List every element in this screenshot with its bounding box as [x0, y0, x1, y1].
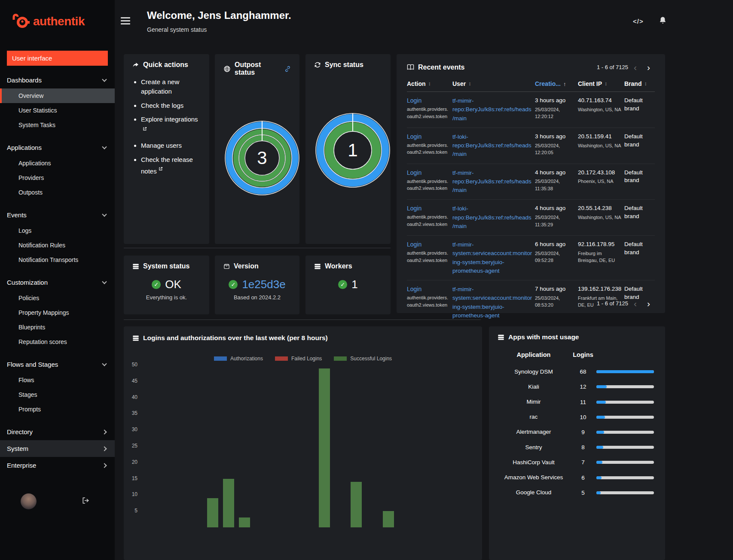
- sidebar-group-flows-and-stages[interactable]: Flows and Stages: [0, 356, 115, 373]
- sidebar-item-reputation-scores[interactable]: Reputation scores: [0, 335, 115, 349]
- avatar[interactable]: [21, 493, 37, 509]
- event-user-link[interactable]: tf-loki-repo:BeryJu/k8s:ref:refs/heads/m…: [452, 205, 531, 229]
- event-user-link[interactable]: tf-mimir-system:serviceaccount:monitorin…: [452, 241, 532, 274]
- sort-icon: ↕: [428, 81, 431, 87]
- column-header-action[interactable]: Action↕: [407, 80, 450, 87]
- legend-item-failed-logins[interactable]: Failed Logins: [275, 356, 322, 362]
- sidebar-item-outposts[interactable]: Outposts: [0, 185, 115, 200]
- event-user-link[interactable]: tf-mimir-system:serviceaccount:monitorin…: [452, 286, 532, 319]
- table-row: Amazon Web Services6: [498, 470, 657, 485]
- sidebar-item-prompts[interactable]: Prompts: [0, 402, 115, 417]
- column-header-client-ip[interactable]: Client IP↕: [578, 80, 622, 87]
- column-header-user[interactable]: User↕: [452, 80, 532, 87]
- workers-value: 1: [351, 278, 357, 291]
- sidebar-group-dashboards[interactable]: Dashboards: [0, 72, 115, 88]
- api-code-icon[interactable]: </>: [633, 18, 644, 25]
- event-creation-cell: 7 hours ago25/03/2024, 08:53:20: [535, 285, 575, 320]
- event-user-link[interactable]: tf-mimir-repo:BeryJu/k8s:ref:refs/heads/…: [452, 170, 531, 194]
- hamburger-menu-icon[interactable]: [121, 17, 130, 26]
- chart-bar[interactable]: [319, 368, 330, 527]
- sidebar-group-system[interactable]: System: [0, 440, 115, 457]
- sidebar-item-notification-transports[interactable]: Notification Transports: [0, 253, 115, 267]
- chart-bar[interactable]: [239, 517, 250, 527]
- chart-bar[interactable]: [383, 511, 394, 527]
- recent-events-title: Recent events: [407, 64, 465, 71]
- logout-icon[interactable]: [82, 497, 90, 506]
- quick-action-explore-integrations[interactable]: Explore integrations: [141, 115, 201, 136]
- sidebar-group-enterprise[interactable]: Enterprise: [0, 457, 115, 474]
- card-title-text: System status: [143, 262, 190, 270]
- pagination-next-icon[interactable]: ›: [642, 299, 655, 308]
- event-client-geo: Washington, US, NA: [578, 142, 622, 149]
- event-user-link[interactable]: tf-loki-repo:BeryJu/k8s:ref:refs/heads/m…: [452, 134, 531, 158]
- sidebar: authentik User interface DashboardsOverv…: [0, 0, 115, 560]
- event-creation-cell: 4 hours ago25/03/2024, 11:35:29: [535, 204, 575, 231]
- y-tick-label: 35: [124, 410, 137, 416]
- legend-label: Authorizations: [230, 356, 263, 362]
- legend-item-successful-logins[interactable]: Successful Logins: [334, 356, 392, 362]
- sidebar-group-events[interactable]: Events: [0, 207, 115, 223]
- event-action-link[interactable]: Login: [407, 97, 421, 104]
- sidebar-item-applications[interactable]: Applications: [0, 156, 115, 170]
- column-header-creatio[interactable]: Creatio...↑: [535, 80, 575, 87]
- pagination-next-icon[interactable]: ›: [642, 63, 655, 72]
- event-action-link[interactable]: Login: [407, 133, 421, 140]
- event-client-ip: 20.51.159.41: [578, 133, 622, 141]
- y-tick-label: 25: [124, 443, 137, 449]
- chevron-down-icon: [102, 144, 107, 149]
- sidebar-item-blueprints[interactable]: Blueprints: [0, 320, 115, 335]
- sidebar-item-logs[interactable]: Logs: [0, 223, 115, 238]
- sidebar-item-stages[interactable]: Stages: [0, 387, 115, 402]
- chart-y-axis: 5101520253035404550: [124, 326, 137, 560]
- outpost-link-icon[interactable]: [284, 66, 291, 72]
- event-action-cell: Loginauthentik.providers.oauth2.views.to…: [407, 240, 450, 275]
- quick-action-manage-users[interactable]: Manage users: [141, 141, 201, 150]
- column-header-brand[interactable]: Brand↕: [624, 80, 655, 87]
- apps-usage-table: Application Logins Synology DSM68Kiali12…: [498, 351, 657, 500]
- quick-action-create-a-new-application[interactable]: Create a new application: [141, 77, 201, 96]
- logins-chart-card: Logins and authorizations over the last …: [124, 326, 482, 560]
- sidebar-item-policies[interactable]: Policies: [0, 291, 115, 305]
- sidebar-group-directory[interactable]: Directory: [0, 423, 115, 440]
- chart-bar[interactable]: [351, 482, 362, 527]
- user-interface-button[interactable]: User interface: [7, 51, 108, 66]
- event-action-link[interactable]: Login: [407, 205, 421, 212]
- check-circle-icon: [338, 280, 347, 289]
- version-subtitle: Based on 2024.2.2: [223, 294, 291, 301]
- card-title-text: Sync status: [325, 61, 363, 69]
- pagination-prev-icon[interactable]: ‹: [629, 299, 641, 308]
- sidebar-group-applications[interactable]: Applications: [0, 139, 115, 156]
- chart-bar[interactable]: [207, 498, 218, 527]
- sidebar-item-providers[interactable]: Providers: [0, 170, 115, 185]
- authentik-logo[interactable]: authentik: [0, 0, 115, 31]
- pagination-prev-icon[interactable]: ‹: [629, 63, 641, 72]
- refresh-icon: [314, 61, 321, 68]
- event-brand-cell: Default brand: [624, 169, 655, 195]
- event-action-link[interactable]: Login: [407, 169, 421, 176]
- notifications-bell-icon[interactable]: [659, 16, 667, 26]
- legend-item-authorizations[interactable]: Authorizations: [214, 356, 263, 362]
- event-action-detail: authentik.providers.oauth2.views.token: [407, 213, 450, 228]
- sidebar-item-system-tasks[interactable]: System Tasks: [0, 118, 115, 132]
- event-time-absolute: 25/03/2024, 09:52:28: [535, 250, 575, 264]
- app-login-count: 7: [570, 459, 596, 466]
- sidebar-item-flows[interactable]: Flows: [0, 373, 115, 387]
- quick-action-check-the-release-notes[interactable]: Check the release notes: [141, 155, 201, 177]
- pagination-label: 1 - 6 of 7125: [597, 64, 628, 70]
- chart-bar[interactable]: [223, 479, 234, 527]
- event-time-relative: 7 hours ago: [535, 285, 575, 293]
- sidebar-group-customization[interactable]: Customization: [0, 274, 115, 291]
- app-login-count: 6: [570, 475, 596, 481]
- quick-action-check-the-logs[interactable]: Check the logs: [141, 101, 201, 110]
- events-table-header: Action↕User↕Creatio...↑Client IP↕Brand↕: [407, 80, 655, 92]
- event-action-link[interactable]: Login: [407, 286, 421, 292]
- usage-bar-track: [596, 401, 654, 404]
- sidebar-item-property-mappings[interactable]: Property Mappings: [0, 305, 115, 320]
- event-time-relative: 3 hours ago: [535, 133, 575, 141]
- event-action-link[interactable]: Login: [407, 241, 421, 248]
- sidebar-item-notification-rules[interactable]: Notification Rules: [0, 238, 115, 253]
- sidebar-item-user-statistics[interactable]: User Statistics: [0, 103, 115, 118]
- event-user-link[interactable]: tf-mimir-repo:BeryJu/k8s:ref:refs/heads/…: [452, 97, 531, 122]
- version-value-link[interactable]: 1e25d3e: [242, 278, 285, 291]
- sidebar-item-overview[interactable]: Overview: [0, 88, 115, 103]
